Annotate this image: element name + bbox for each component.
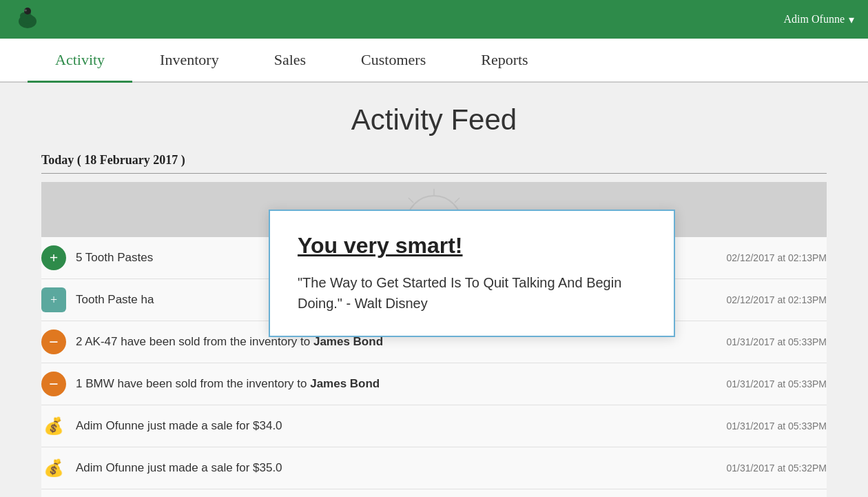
feed-section: You very smart! "The Way to Get Started … bbox=[41, 182, 827, 497]
feed-item-time: 01/31/2017 at 05:33PM bbox=[689, 336, 827, 347]
popup-quote: "The Way to Get Started Is To Quit Talki… bbox=[298, 272, 646, 314]
nav-item-customers[interactable]: Customers bbox=[333, 39, 453, 83]
money-icon: 💰 bbox=[41, 414, 66, 438]
page-title: Activity Feed bbox=[41, 103, 827, 136]
svg-line-9 bbox=[409, 198, 413, 203]
feed-item-time: 02/12/2017 at 02:13PM bbox=[689, 252, 827, 263]
user-name: Adim Ofunne bbox=[784, 13, 845, 26]
svg-line-8 bbox=[455, 198, 459, 203]
nav-item-sales[interactable]: Sales bbox=[247, 39, 333, 83]
minus-icon: − bbox=[41, 372, 66, 396]
feed-item-text: 1 BMW have been sold from the inventory … bbox=[76, 377, 689, 391]
money-icon: 💰 bbox=[41, 456, 66, 480]
feed-item: 💰 Adim Ofunne just made a sale for $35.0… bbox=[41, 447, 827, 489]
minus-icon: − bbox=[41, 329, 66, 354]
svg-point-5 bbox=[24, 10, 27, 12]
feed-item-text: 2 AK-47 have been sold from the inventor… bbox=[76, 335, 689, 349]
date-section: Today ( 18 February 2017 ) bbox=[41, 153, 827, 174]
main-nav: Activity Inventory Sales Customers Repor… bbox=[0, 39, 868, 83]
nav-item-activity[interactable]: Activity bbox=[28, 39, 132, 83]
main-content: Activity Feed Today ( 18 February 2017 )… bbox=[0, 83, 868, 497]
feed-item: 💰 Adim Ofunne just made a sale for $30.0… bbox=[41, 489, 827, 497]
nav-item-inventory[interactable]: Inventory bbox=[132, 39, 247, 83]
feed-item: 💰 Adim Ofunne just made a sale for $34.0… bbox=[41, 405, 827, 447]
feed-item-time: 01/31/2017 at 05:33PM bbox=[689, 420, 827, 432]
dropdown-icon: ▾ bbox=[849, 13, 854, 26]
feed-item-time: 01/31/2017 at 05:32PM bbox=[689, 463, 827, 474]
motivational-popup: You very smart! "The Way to Get Started … bbox=[269, 210, 675, 337]
app-logo bbox=[14, 6, 41, 33]
nav-item-reports[interactable]: Reports bbox=[453, 39, 555, 83]
add-icon: + bbox=[41, 245, 66, 270]
feed-item-text: Adim Ofunne just made a sale for $35.0 bbox=[76, 461, 689, 475]
feed-item-text: Adim Ofunne just made a sale for $34.0 bbox=[76, 419, 689, 433]
header: Adim Ofunne ▾ bbox=[0, 0, 868, 39]
feed-item-time: 02/12/2017 at 02:13PM bbox=[689, 294, 827, 305]
user-menu[interactable]: Adim Ofunne ▾ bbox=[784, 13, 854, 26]
popup-title: You very smart! bbox=[298, 233, 646, 258]
feed-item-time: 01/31/2017 at 05:33PM bbox=[689, 378, 827, 389]
feed-item: − 1 BMW have been sold from the inventor… bbox=[41, 363, 827, 405]
box-icon: + bbox=[41, 287, 66, 312]
